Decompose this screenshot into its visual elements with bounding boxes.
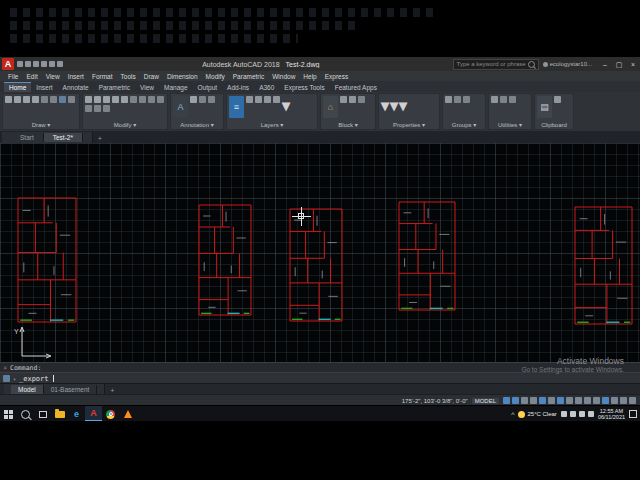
menu-item-parametric[interactable]: Parametric <box>229 73 268 80</box>
leader-icon[interactable] <box>199 96 206 103</box>
menu-item-window[interactable]: Window <box>268 73 299 80</box>
file-tab-start[interactable]: Start <box>11 133 44 142</box>
group-edit-icon[interactable] <box>463 96 470 103</box>
text-icon[interactable]: A <box>173 96 188 118</box>
panel-label-utilities[interactable]: Utilities ▾ <box>489 121 531 129</box>
menu-item-tools[interactable]: Tools <box>117 73 140 80</box>
workspace-icon[interactable] <box>611 397 618 404</box>
panel-label-block[interactable]: Block ▾ <box>321 121 375 129</box>
battery-icon[interactable] <box>570 411 576 417</box>
panel-label-groups[interactable]: Groups ▾ <box>443 121 485 129</box>
drawing-canvas[interactable]: YX <box>0 143 640 362</box>
isodraft-icon[interactable] <box>548 397 555 404</box>
quick-select-icon[interactable] <box>500 96 507 103</box>
ribbon-tab-home[interactable]: Home <box>4 82 31 92</box>
taskbar-search-icon[interactable] <box>17 406 34 422</box>
ribbon-tab-express-tools[interactable]: Express Tools <box>279 83 329 92</box>
offset-icon[interactable] <box>94 105 101 112</box>
move-icon[interactable] <box>85 96 92 103</box>
floor-plan-4[interactable] <box>399 202 455 310</box>
floor-plan-5[interactable] <box>575 207 632 324</box>
ribbon-tab-manage[interactable]: Manage <box>159 83 193 92</box>
ribbon-tab-output[interactable]: Output <box>193 83 223 92</box>
menu-item-view[interactable]: View <box>42 73 64 80</box>
command-close-icon[interactable]: × <box>0 364 10 372</box>
polar-icon[interactable] <box>539 397 546 404</box>
ribbon-tab-insert[interactable]: Insert <box>31 83 57 92</box>
menu-item-format[interactable]: Format <box>88 73 117 80</box>
lineweight-dropdown[interactable]: ▾ <box>399 96 406 103</box>
new-file-icon[interactable] <box>17 61 23 67</box>
pen-icon[interactable] <box>561 411 567 417</box>
plot-icon[interactable] <box>41 61 47 67</box>
taskbar-task-view-icon[interactable] <box>34 406 51 422</box>
fillet-icon[interactable] <box>139 96 146 103</box>
ribbon-tab-a360[interactable]: A360 <box>254 83 279 92</box>
dimension-icon[interactable] <box>190 96 197 103</box>
network-icon[interactable] <box>579 411 585 417</box>
volume-icon[interactable] <box>588 411 594 417</box>
layer-lock-icon[interactable] <box>264 96 271 103</box>
layer-off-icon[interactable] <box>246 96 253 103</box>
table-icon[interactable] <box>208 96 215 103</box>
ellipse-icon[interactable] <box>50 96 57 103</box>
layout-tab-model[interactable]: Model <box>11 385 44 394</box>
panel-label-annotation[interactable]: Annotation ▾ <box>171 121 223 129</box>
snap-icon[interactable] <box>512 397 519 404</box>
tray-expand-chevron[interactable]: ^ <box>511 411 514 418</box>
isolate-objects-icon[interactable] <box>620 397 627 404</box>
ungroup-icon[interactable] <box>454 96 461 103</box>
command-dropdown-icon[interactable]: ▾ <box>13 376 16 382</box>
paste-icon[interactable]: ▤ <box>537 96 552 118</box>
new-drawing-tab-button[interactable]: + <box>93 134 107 143</box>
otrack-icon[interactable] <box>566 397 573 404</box>
circle-icon[interactable] <box>23 96 30 103</box>
panel-label-properties[interactable]: Properties ▾ <box>379 121 439 129</box>
trim-icon[interactable] <box>103 96 110 103</box>
line-icon[interactable] <box>5 96 12 103</box>
panel-label-draw[interactable]: Draw ▾ <box>3 121 79 129</box>
rotate-icon[interactable] <box>94 96 101 103</box>
account-signin[interactable]: ecologystar10... <box>543 61 592 67</box>
erase-icon[interactable] <box>112 96 119 103</box>
scale-icon[interactable] <box>157 96 164 103</box>
autocad-logo-icon[interactable]: A <box>2 58 14 70</box>
ribbon-tab-add-ins[interactable]: Add-ins <box>222 83 254 92</box>
block-edit-icon[interactable] <box>349 96 356 103</box>
point-icon[interactable] <box>509 96 516 103</box>
ribbon-tab-parametric[interactable]: Parametric <box>94 83 135 92</box>
selection-cycling-icon[interactable] <box>593 397 600 404</box>
ribbon-tab-featured-apps[interactable]: Featured Apps <box>330 83 382 92</box>
lineweight-icon[interactable] <box>575 397 582 404</box>
search-icon[interactable] <box>528 61 535 68</box>
file-tab-test-2[interactable]: Test-2* <box>44 133 83 142</box>
osnap-icon[interactable] <box>557 397 564 404</box>
menu-item-edit[interactable]: Edit <box>22 73 41 80</box>
action-center-icon[interactable] <box>629 410 637 418</box>
ortho-icon[interactable] <box>530 397 537 404</box>
annotation-scale-icon[interactable] <box>602 397 609 404</box>
clock[interactable]: 12:55 AM 06/11/2021 <box>598 408 625 420</box>
layer-select-dropdown[interactable]: ▾ <box>282 96 289 103</box>
floor-plan-1[interactable] <box>18 198 76 322</box>
command-customize-icon[interactable] <box>3 375 10 382</box>
model-space-button[interactable]: MODEL <box>472 398 499 404</box>
array-icon[interactable] <box>85 105 92 112</box>
group-icon[interactable] <box>445 96 452 103</box>
grid-icon[interactable] <box>503 397 510 404</box>
layout-tab-01-basement[interactable]: 01-Basement <box>44 385 98 394</box>
create-block-icon[interactable] <box>340 96 347 103</box>
spline-icon[interactable] <box>68 96 75 103</box>
panel-label-layers[interactable]: Layers ▾ <box>227 121 317 129</box>
menu-item-draw[interactable]: Draw <box>140 73 163 80</box>
open-file-icon[interactable] <box>25 61 31 67</box>
start-button[interactable] <box>0 406 17 422</box>
measure-icon[interactable] <box>491 96 498 103</box>
ribbon-tab-view[interactable]: View <box>135 83 159 92</box>
floor-plan-2[interactable] <box>199 205 251 315</box>
taskbar-file-explorer-icon[interactable] <box>51 406 68 422</box>
save-file-icon[interactable] <box>33 61 39 67</box>
maximize-button[interactable]: ▢ <box>612 58 626 71</box>
clean-screen-icon[interactable] <box>629 397 636 404</box>
arc-icon[interactable] <box>32 96 39 103</box>
